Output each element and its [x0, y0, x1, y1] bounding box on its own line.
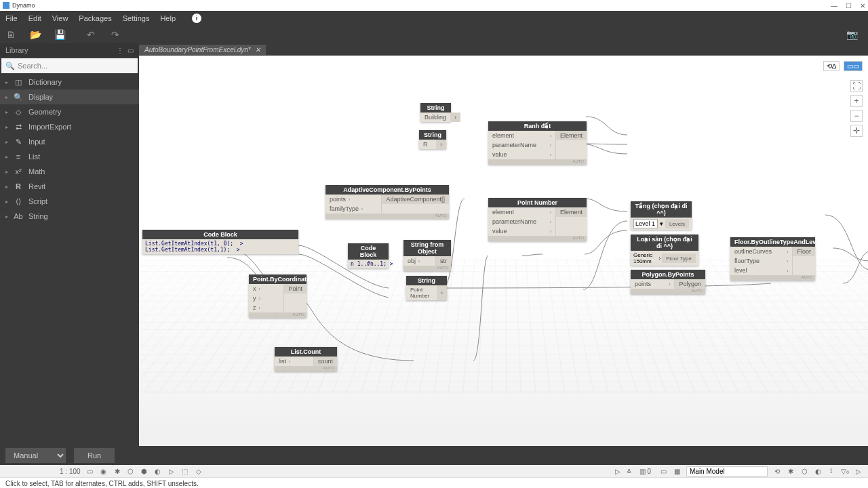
menu-edit[interactable]: Edit	[28, 14, 41, 22]
lib-script[interactable]: ▸⟨⟩Script	[0, 194, 139, 209]
minimize-icon[interactable]: —	[831, 2, 837, 9]
node-polygon[interactable]: Polygon.ByPoints points› Polygon AUTO	[631, 270, 705, 294]
lib-revit[interactable]: ▸RRevit	[0, 179, 139, 194]
view-toggle-icon[interactable]: ⋮	[117, 47, 123, 54]
new-file-icon[interactable]: 🗎	[5, 29, 16, 40]
lib-math[interactable]: ▸x²Math	[0, 164, 139, 179]
node-pointnumber[interactable]: Point Number element› parameterName› val…	[488, 198, 587, 241]
save-icon[interactable]: 💾	[54, 29, 65, 40]
run-mode-select[interactable]: Manual	[5, 448, 66, 463]
lib-list[interactable]: ▸≡List	[0, 149, 139, 164]
rv-icon[interactable]: ▽₀	[841, 467, 849, 475]
rv-icon[interactable]: ▷	[854, 467, 863, 475]
rv-icon[interactable]: ⬡	[800, 467, 808, 475]
tab-active[interactable]: AutoBoundaryPointFromExcel.dyn*✕	[139, 45, 266, 55]
rv-icon[interactable]: ⟲	[773, 467, 781, 475]
node-adaptive[interactable]: AdaptiveComponent.ByPoints points› famil…	[326, 185, 449, 219]
zoom-in-icon[interactable]: +	[850, 95, 863, 107]
rv-icon[interactable]: ◐	[814, 467, 822, 475]
lib-display[interactable]: ▸🔍Display	[0, 89, 139, 104]
node-floor[interactable]: Floor.ByOutlineTypeAndLevel outlineCurve…	[730, 237, 815, 281]
search-input[interactable]: 🔍 Search...	[1, 58, 138, 73]
info-icon[interactable]: i	[192, 14, 201, 23]
pan-icon[interactable]: ✛	[850, 125, 863, 137]
navigation-icon[interactable]: ▭▭	[844, 61, 863, 71]
zoom-out-icon[interactable]: −	[850, 110, 863, 122]
app-title: Dynamo	[12, 2, 35, 9]
node-ranhdat[interactable]: Ranh đất element› parameterName› value› …	[488, 121, 587, 165]
lib-string[interactable]: ▸AbString	[0, 209, 139, 224]
node-listcount[interactable]: List.Count list› count AUTO	[275, 347, 337, 371]
open-file-icon[interactable]: 📂	[30, 29, 41, 40]
node-string-r[interactable]: String R›	[419, 130, 446, 149]
node-point-bycoord[interactable]: Point.ByCoordinates x› y› z› Point AUTO	[249, 274, 307, 318]
rv-icon[interactable]: ⬢	[140, 467, 149, 475]
menu-bar: File Edit View Packages Settings Help i	[0, 11, 868, 26]
camera-icon[interactable]: 📷	[846, 29, 857, 40]
node-codeblock-1[interactable]: Code Block List.GetItemAtIndex(t1, 0); >…	[142, 230, 298, 254]
geometry-preview-icon[interactable]: ⟲∆	[823, 61, 840, 71]
library-sidebar: Library ⋮▭ 🔍 Search... ▸◫Dictionary ▸🔍Di…	[0, 43, 139, 446]
node-loaisan[interactable]: Loại sàn (chọn đại đi ^^) Generic 150mm›…	[631, 235, 698, 266]
status-bar: Click to select, TAB for alternates, CTR…	[0, 477, 868, 488]
tab-bar: AutoBoundaryPointFromExcel.dyn*✕	[139, 43, 868, 56]
rv-icon[interactable]: ▦	[673, 467, 681, 475]
menu-file[interactable]: File	[5, 14, 18, 22]
expand-icon[interactable]: ▭	[127, 47, 134, 54]
undo-icon[interactable]: ↶	[85, 29, 96, 40]
toolbar: 🗎 📂 💾 ↶ ↷ 📷	[0, 26, 868, 43]
rv-icon[interactable]: ✱	[787, 467, 795, 475]
node-string-pointnum[interactable]: String Point Number›	[406, 276, 447, 300]
revit-status-bar: 1 : 100 ▭ ◉ ✱ ⬡ ⬢ ◐ ▷ ⬚ ◇ ▷ & ▥ 0 ▭ ▦ ⟲ …	[0, 465, 868, 477]
title-bar: Dynamo — ☐ ✕	[0, 0, 868, 11]
node-tang[interactable]: Tầng (chọn đại đi ^^) Level 1▾Levels	[631, 201, 692, 230]
rv-icon[interactable]: ▷	[614, 467, 622, 475]
lib-importexport[interactable]: ▸⇄ImportExport	[0, 119, 139, 134]
rv-icon[interactable]: ▭	[86, 467, 94, 475]
search-icon: 🔍	[5, 62, 15, 70]
lib-dictionary[interactable]: ▸◫Dictionary	[0, 75, 139, 89]
rv-icon[interactable]: ⬚	[181, 467, 189, 475]
rv-icon[interactable]: ◉	[100, 467, 108, 475]
menu-packages[interactable]: Packages	[79, 14, 111, 22]
node-string-building[interactable]: String Building›	[420, 103, 451, 122]
menu-settings[interactable]: Settings	[123, 14, 150, 22]
rv-icon[interactable]: ▷	[167, 467, 176, 475]
window-controls: — ☐ ✕	[831, 2, 865, 9]
library-header: Library ⋮▭	[0, 43, 139, 57]
menu-view[interactable]: View	[52, 14, 68, 22]
maximize-icon[interactable]: ☐	[846, 2, 852, 9]
rv-icon[interactable]: ⬡	[127, 467, 135, 475]
fit-view-icon[interactable]: ⛶	[850, 80, 863, 92]
node-stringfromobj[interactable]: String from Object obj› str AUTO	[403, 240, 451, 271]
rv-icon[interactable]: ◐	[154, 467, 162, 475]
rv-icon[interactable]: ⟟	[827, 467, 835, 475]
redo-icon[interactable]: ↷	[110, 29, 121, 40]
lib-geometry[interactable]: ▸◇Geometry	[0, 104, 139, 119]
rv-icon[interactable]: ✱	[113, 467, 121, 475]
menu-help[interactable]: Help	[160, 14, 176, 22]
graph-canvas[interactable]: Code Block List.GetItemAtIndex(t1, 0); >…	[139, 56, 868, 446]
node-codeblock-2[interactable]: Code Block n 1..#n..1; >	[348, 243, 389, 268]
tab-close-icon[interactable]: ✕	[255, 46, 260, 54]
close-icon[interactable]: ✕	[860, 2, 865, 9]
run-bar: Manual Run	[0, 446, 868, 465]
lib-input[interactable]: ▸✎Input	[0, 134, 139, 149]
rv-icon[interactable]: ▭	[659, 467, 667, 475]
run-button[interactable]: Run	[74, 448, 115, 463]
model-select[interactable]	[686, 466, 768, 476]
app-icon	[3, 2, 9, 9]
rv-icon[interactable]: ◇	[195, 467, 203, 475]
